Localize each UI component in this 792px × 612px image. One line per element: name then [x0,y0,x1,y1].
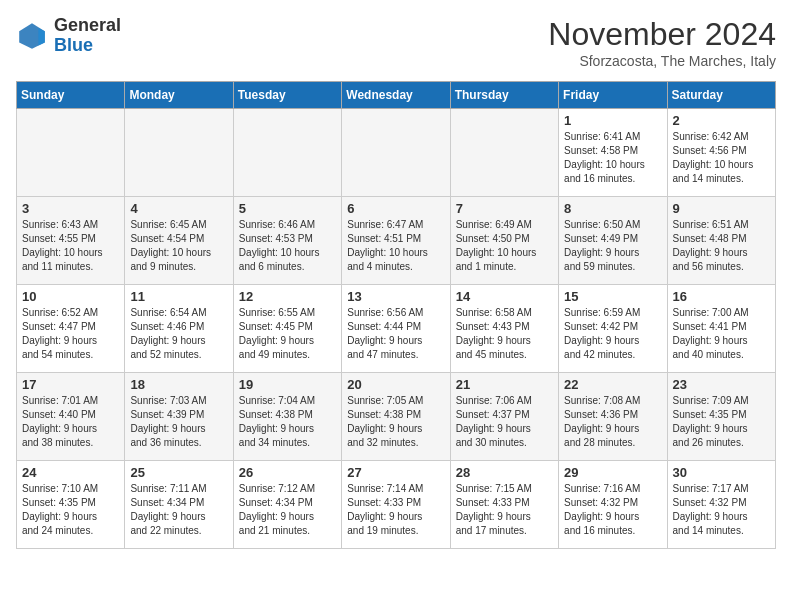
calendar-cell: 24Sunrise: 7:10 AMSunset: 4:35 PMDayligh… [17,461,125,549]
calendar-header-wednesday: Wednesday [342,82,450,109]
day-info: Sunrise: 7:03 AMSunset: 4:39 PMDaylight:… [130,394,227,450]
day-info: Sunrise: 6:46 AMSunset: 4:53 PMDaylight:… [239,218,336,274]
title-block: November 2024 Sforzacosta, The Marches, … [548,16,776,69]
day-number: 24 [22,465,119,480]
day-number: 29 [564,465,661,480]
day-info: Sunrise: 6:41 AMSunset: 4:58 PMDaylight:… [564,130,661,186]
day-number: 3 [22,201,119,216]
calendar-header-sunday: Sunday [17,82,125,109]
calendar-cell: 25Sunrise: 7:11 AMSunset: 4:34 PMDayligh… [125,461,233,549]
logo-text: General Blue [54,16,121,56]
calendar-cell: 1Sunrise: 6:41 AMSunset: 4:58 PMDaylight… [559,109,667,197]
location-subtitle: Sforzacosta, The Marches, Italy [548,53,776,69]
day-info: Sunrise: 6:45 AMSunset: 4:54 PMDaylight:… [130,218,227,274]
day-info: Sunrise: 7:09 AMSunset: 4:35 PMDaylight:… [673,394,770,450]
calendar-cell: 17Sunrise: 7:01 AMSunset: 4:40 PMDayligh… [17,373,125,461]
day-info: Sunrise: 7:06 AMSunset: 4:37 PMDaylight:… [456,394,553,450]
day-info: Sunrise: 6:43 AMSunset: 4:55 PMDaylight:… [22,218,119,274]
calendar-cell: 19Sunrise: 7:04 AMSunset: 4:38 PMDayligh… [233,373,341,461]
logo-icon [16,20,48,52]
day-info: Sunrise: 7:01 AMSunset: 4:40 PMDaylight:… [22,394,119,450]
day-info: Sunrise: 6:52 AMSunset: 4:47 PMDaylight:… [22,306,119,362]
calendar-cell: 29Sunrise: 7:16 AMSunset: 4:32 PMDayligh… [559,461,667,549]
calendar-cell: 15Sunrise: 6:59 AMSunset: 4:42 PMDayligh… [559,285,667,373]
day-number: 18 [130,377,227,392]
day-number: 2 [673,113,770,128]
day-info: Sunrise: 7:00 AMSunset: 4:41 PMDaylight:… [673,306,770,362]
calendar-week-row: 1Sunrise: 6:41 AMSunset: 4:58 PMDaylight… [17,109,776,197]
calendar-cell: 11Sunrise: 6:54 AMSunset: 4:46 PMDayligh… [125,285,233,373]
calendar-table: SundayMondayTuesdayWednesdayThursdayFrid… [16,81,776,549]
calendar-cell: 3Sunrise: 6:43 AMSunset: 4:55 PMDaylight… [17,197,125,285]
calendar-header-saturday: Saturday [667,82,775,109]
day-info: Sunrise: 7:08 AMSunset: 4:36 PMDaylight:… [564,394,661,450]
calendar-header-monday: Monday [125,82,233,109]
calendar-cell: 21Sunrise: 7:06 AMSunset: 4:37 PMDayligh… [450,373,558,461]
calendar-week-row: 10Sunrise: 6:52 AMSunset: 4:47 PMDayligh… [17,285,776,373]
day-number: 26 [239,465,336,480]
calendar-cell: 28Sunrise: 7:15 AMSunset: 4:33 PMDayligh… [450,461,558,549]
logo: General Blue [16,16,121,56]
day-number: 15 [564,289,661,304]
day-number: 12 [239,289,336,304]
day-number: 4 [130,201,227,216]
calendar-cell: 12Sunrise: 6:55 AMSunset: 4:45 PMDayligh… [233,285,341,373]
calendar-header-row: SundayMondayTuesdayWednesdayThursdayFrid… [17,82,776,109]
day-number: 6 [347,201,444,216]
day-info: Sunrise: 7:04 AMSunset: 4:38 PMDaylight:… [239,394,336,450]
day-info: Sunrise: 7:15 AMSunset: 4:33 PMDaylight:… [456,482,553,538]
day-info: Sunrise: 7:12 AMSunset: 4:34 PMDaylight:… [239,482,336,538]
day-number: 23 [673,377,770,392]
day-info: Sunrise: 7:14 AMSunset: 4:33 PMDaylight:… [347,482,444,538]
logo-blue: Blue [54,35,93,55]
calendar-header-friday: Friday [559,82,667,109]
calendar-week-row: 3Sunrise: 6:43 AMSunset: 4:55 PMDaylight… [17,197,776,285]
calendar-cell: 4Sunrise: 6:45 AMSunset: 4:54 PMDaylight… [125,197,233,285]
day-info: Sunrise: 6:50 AMSunset: 4:49 PMDaylight:… [564,218,661,274]
day-number: 8 [564,201,661,216]
calendar-cell: 23Sunrise: 7:09 AMSunset: 4:35 PMDayligh… [667,373,775,461]
day-number: 9 [673,201,770,216]
calendar-header-tuesday: Tuesday [233,82,341,109]
calendar-cell [17,109,125,197]
calendar-cell: 20Sunrise: 7:05 AMSunset: 4:38 PMDayligh… [342,373,450,461]
day-info: Sunrise: 6:54 AMSunset: 4:46 PMDaylight:… [130,306,227,362]
month-title: November 2024 [548,16,776,53]
calendar-cell: 22Sunrise: 7:08 AMSunset: 4:36 PMDayligh… [559,373,667,461]
calendar-cell [125,109,233,197]
calendar-cell: 26Sunrise: 7:12 AMSunset: 4:34 PMDayligh… [233,461,341,549]
logo-general: General [54,15,121,35]
day-info: Sunrise: 6:59 AMSunset: 4:42 PMDaylight:… [564,306,661,362]
day-info: Sunrise: 6:55 AMSunset: 4:45 PMDaylight:… [239,306,336,362]
calendar-cell: 14Sunrise: 6:58 AMSunset: 4:43 PMDayligh… [450,285,558,373]
day-info: Sunrise: 6:51 AMSunset: 4:48 PMDaylight:… [673,218,770,274]
day-number: 7 [456,201,553,216]
calendar-cell [450,109,558,197]
day-info: Sunrise: 6:49 AMSunset: 4:50 PMDaylight:… [456,218,553,274]
calendar-cell: 9Sunrise: 6:51 AMSunset: 4:48 PMDaylight… [667,197,775,285]
calendar-cell: 5Sunrise: 6:46 AMSunset: 4:53 PMDaylight… [233,197,341,285]
day-number: 27 [347,465,444,480]
calendar-week-row: 24Sunrise: 7:10 AMSunset: 4:35 PMDayligh… [17,461,776,549]
day-number: 14 [456,289,553,304]
calendar-cell: 16Sunrise: 7:00 AMSunset: 4:41 PMDayligh… [667,285,775,373]
calendar-header-thursday: Thursday [450,82,558,109]
day-number: 10 [22,289,119,304]
day-number: 5 [239,201,336,216]
calendar-cell [342,109,450,197]
day-number: 28 [456,465,553,480]
day-number: 19 [239,377,336,392]
calendar-cell: 13Sunrise: 6:56 AMSunset: 4:44 PMDayligh… [342,285,450,373]
day-info: Sunrise: 6:56 AMSunset: 4:44 PMDaylight:… [347,306,444,362]
day-number: 13 [347,289,444,304]
day-number: 21 [456,377,553,392]
calendar-cell: 10Sunrise: 6:52 AMSunset: 4:47 PMDayligh… [17,285,125,373]
calendar-cell: 27Sunrise: 7:14 AMSunset: 4:33 PMDayligh… [342,461,450,549]
calendar-cell: 2Sunrise: 6:42 AMSunset: 4:56 PMDaylight… [667,109,775,197]
day-number: 1 [564,113,661,128]
day-number: 30 [673,465,770,480]
calendar-cell [233,109,341,197]
day-info: Sunrise: 7:05 AMSunset: 4:38 PMDaylight:… [347,394,444,450]
calendar-cell: 6Sunrise: 6:47 AMSunset: 4:51 PMDaylight… [342,197,450,285]
page-header: General Blue November 2024 Sforzacosta, … [16,16,776,69]
